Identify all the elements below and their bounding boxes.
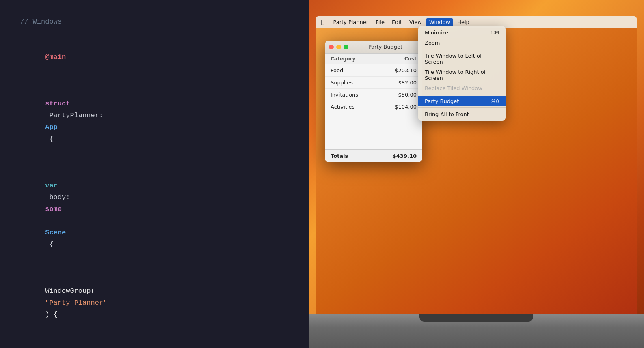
window-menu-dropdown[interactable]: Minimize ⌘M Zoom Tile Window to Left of …: [418, 26, 506, 121]
macbook-bottom-bezel: [309, 314, 644, 348]
row-activities-cost: $104.00: [378, 101, 422, 113]
code-line-windowgroup: WindowGroup( "Party Planner" ) {: [20, 262, 288, 333]
empty-row-3: [325, 137, 422, 150]
code-comment: // Windows: [20, 16, 288, 28]
totals-label: Totals: [331, 153, 348, 159]
menu-window[interactable]: Window: [426, 18, 453, 26]
budget-totals: Totals $439.10: [325, 149, 422, 162]
row-supplies-cost: $82.00: [378, 77, 422, 89]
menu-separator-1: [418, 49, 506, 49]
code-panel: // Windows @main struct PartyPlanner: Ap…: [0, 0, 309, 348]
menu-items: Party Planner File Edit View Window Help: [330, 18, 472, 26]
window-title: Party Budget: [352, 44, 418, 50]
code-line-var-body: var body: some Scene {: [20, 157, 288, 262]
window-close-button[interactable]: [329, 45, 334, 49]
menu-minimize[interactable]: Minimize ⌘M: [418, 28, 506, 38]
menu-zoom[interactable]: Zoom: [418, 38, 506, 48]
menu-help[interactable]: Help: [454, 18, 473, 26]
row-food-category: Food: [325, 64, 378, 77]
menu-separator-2: [418, 95, 506, 95]
row-supplies-category: Supplies: [325, 77, 378, 89]
empty-row-1: [325, 113, 422, 125]
budget-table: Category Cost Food $203.10 Supplies $82.…: [325, 54, 422, 149]
macbook-notch: [419, 314, 533, 322]
table-row: Activities $104.00: [325, 101, 422, 113]
at-keyword: @main: [45, 53, 66, 61]
row-food-cost: $203.10: [378, 64, 422, 77]
menu-edit[interactable]: Edit: [389, 18, 405, 26]
menu-app-name[interactable]: Party Planner: [330, 18, 372, 26]
table-row: Supplies $82.00: [325, 77, 422, 89]
menu-view[interactable]: View: [406, 18, 425, 26]
menu-party-budget[interactable]: Party Budget ⌘0: [418, 96, 506, 106]
empty-row-2: [325, 125, 422, 137]
code-line-atmark: @main: [20, 40, 288, 75]
macbook-area:  Party Planner File Edit View Window He…: [309, 0, 644, 348]
menu-tile-right[interactable]: Tile Window to Right of Screen: [418, 67, 506, 83]
apple-icon[interactable]: : [321, 19, 324, 25]
window-titlebar: Party Budget: [325, 41, 422, 54]
table-row: Food $203.10: [325, 64, 422, 77]
table-row: Invitations $50.00: [325, 89, 422, 101]
window-maximize-button[interactable]: [344, 45, 348, 49]
col-header-cost: Cost: [378, 54, 422, 64]
window-buttons: [329, 45, 348, 49]
row-invitations-category: Invitations: [325, 89, 378, 101]
menu-bring-all[interactable]: Bring All to Front: [418, 109, 506, 119]
col-header-category: Category: [325, 54, 378, 64]
totals-value: $439.10: [393, 153, 417, 159]
menu-tile-left[interactable]: Tile Window to Left of Screen: [418, 51, 506, 67]
row-activities-category: Activities: [325, 101, 378, 113]
window-minimize-button[interactable]: [336, 45, 341, 49]
menu-separator-3: [418, 107, 506, 108]
code-line-taskviewer: TaskViewer(): [20, 333, 288, 348]
code-content: // Windows @main struct PartyPlanner: Ap…: [20, 16, 288, 348]
row-invitations-cost: $50.00: [378, 89, 422, 101]
menu-file[interactable]: File: [372, 18, 388, 26]
menu-replace-tiled: Replace Tiled Window: [418, 83, 506, 93]
code-line-struct: struct PartyPlanner: App {: [20, 86, 288, 157]
party-budget-window: Party Budget Category Cost Food $203.10 …: [325, 41, 422, 162]
